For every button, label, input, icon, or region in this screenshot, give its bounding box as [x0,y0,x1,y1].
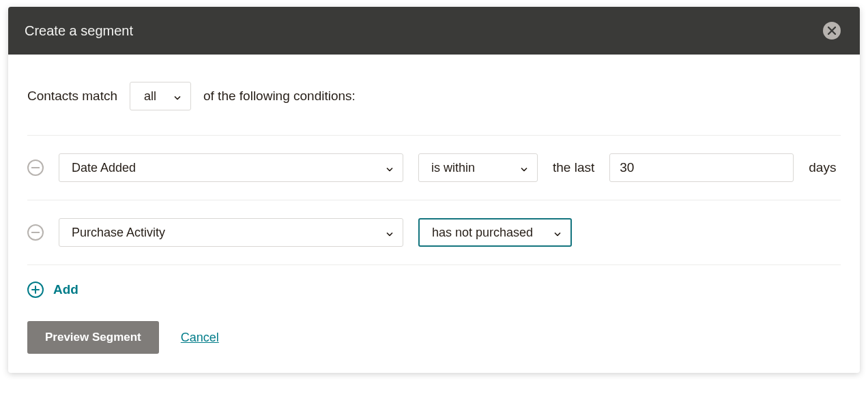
match-suffix: of the following conditions: [203,89,356,104]
close-button[interactable] [823,22,841,40]
condition-field-value: Date Added [72,161,136,175]
minus-icon [31,232,40,233]
condition-row: Date Added is within the last days [27,136,841,200]
condition-operator-select[interactable]: has not purchased [418,218,572,247]
condition-value-input[interactable] [609,153,794,182]
svg-rect-1 [31,232,40,233]
close-icon [828,27,836,35]
match-mode-value: all [144,89,156,104]
segment-modal: Create a segment Contacts match all of t… [8,7,860,373]
condition-field-select[interactable]: Date Added [59,153,403,182]
condition-operator-value: is within [431,161,475,175]
condition-field-value: Purchase Activity [72,226,165,240]
condition-row: Purchase Activity has not purchased [27,200,841,264]
chevron-down-icon [386,226,393,240]
add-condition-button[interactable]: Add [27,265,841,305]
remove-condition-button[interactable] [27,224,44,241]
chevron-down-icon [521,161,527,175]
minus-icon [31,167,40,168]
modal-body: Contacts match all of the following cond… [8,55,860,373]
match-mode-select[interactable]: all [130,82,191,110]
modal-header: Create a segment [8,7,860,55]
cancel-link[interactable]: Cancel [181,331,219,345]
condition-field-select[interactable]: Purchase Activity [59,218,403,247]
chevron-down-icon [554,226,561,240]
preview-segment-button[interactable]: Preview Segment [27,321,159,354]
modal-title: Create a segment [25,23,133,39]
plus-icon [27,282,44,298]
condition-operator-select[interactable]: is within [418,153,538,182]
remove-condition-button[interactable] [27,160,44,176]
match-prefix: Contacts match [27,89,117,104]
modal-footer: Preview Segment Cancel [27,305,841,354]
svg-rect-0 [31,167,40,168]
add-condition-label: Add [53,282,78,297]
match-row: Contacts match all of the following cond… [27,82,841,110]
condition-trailing-text: days [809,160,836,175]
chevron-down-icon [386,161,393,175]
chevron-down-icon [174,89,181,104]
condition-operator-value: has not purchased [432,226,533,240]
condition-mid-text: the last [553,160,594,175]
